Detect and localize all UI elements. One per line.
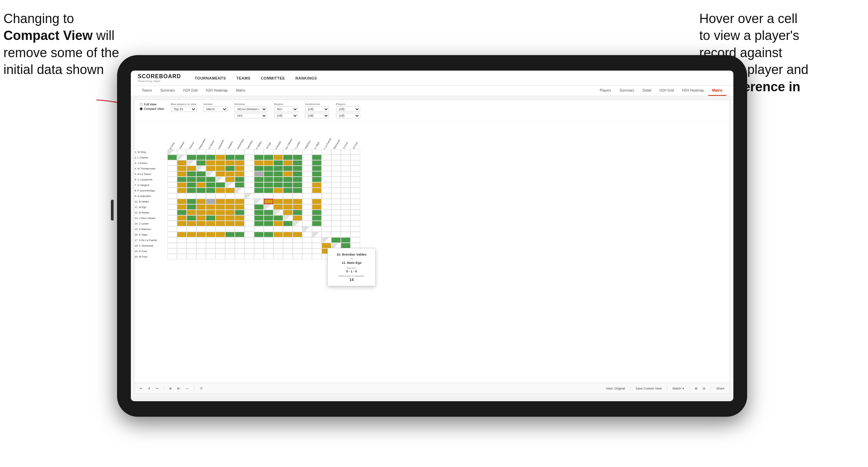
cell-9-17[interactable]: [322, 193, 331, 199]
cell-15-15[interactable]: [302, 226, 312, 232]
cell-7-11[interactable]: [264, 182, 273, 188]
cell-3-16[interactable]: [312, 160, 322, 166]
cell-6-9[interactable]: [244, 177, 254, 182]
cell-17-18[interactable]: [331, 237, 341, 243]
cell-18-15[interactable]: [302, 243, 312, 248]
share-button[interactable]: Share: [716, 387, 724, 390]
cell-19-15[interactable]: [302, 248, 312, 254]
cell-17-20[interactable]: [351, 237, 360, 243]
cell-13-18[interactable]: [331, 215, 341, 221]
cell-11-10[interactable]: [254, 204, 264, 210]
cell-13-17[interactable]: [322, 215, 331, 221]
cell-7-10[interactable]: [254, 182, 264, 188]
cell-19-1[interactable]: [167, 248, 177, 254]
cell-7-15[interactable]: [302, 182, 312, 188]
cell-10-7[interactable]: [225, 199, 235, 204]
nav-committee[interactable]: COMMITTEE: [261, 75, 285, 82]
cell-18-9[interactable]: [244, 243, 254, 248]
cell-1-18[interactable]: [331, 149, 341, 155]
cell-19-2[interactable]: [177, 248, 187, 254]
cell-4-17[interactable]: [322, 166, 331, 171]
cell-9-18[interactable]: [331, 193, 341, 199]
cell-10-1[interactable]: [167, 199, 177, 204]
cell-4-15[interactable]: [302, 166, 312, 171]
cell-2-17[interactable]: [322, 155, 331, 160]
cell-9-2[interactable]: [177, 193, 187, 199]
cell-16-16[interactable]: [312, 232, 322, 237]
cell-6-6[interactable]: [216, 177, 225, 182]
cell-10-19[interactable]: [341, 199, 351, 204]
cell-11-7[interactable]: [225, 204, 235, 210]
cell-6-14[interactable]: [293, 177, 302, 182]
cell-20-11[interactable]: [264, 254, 273, 259]
cell-11-14[interactable]: [293, 204, 302, 210]
cell-6-4[interactable]: [196, 177, 206, 182]
cell-19-13[interactable]: [283, 248, 293, 254]
cell-15-2[interactable]: [177, 226, 187, 232]
cell-2-14[interactable]: [293, 155, 302, 160]
cell-19-3[interactable]: [187, 248, 196, 254]
cell-15-5[interactable]: [206, 226, 216, 232]
cell-17-3[interactable]: [187, 237, 196, 243]
cell-1-20[interactable]: [351, 149, 360, 155]
cell-8-15[interactable]: [302, 188, 312, 193]
cell-14-3[interactable]: [187, 221, 196, 226]
cell-1-15[interactable]: [302, 149, 312, 155]
cell-14-6[interactable]: [216, 221, 225, 226]
cell-13-9[interactable]: [244, 215, 254, 221]
region-select2[interactable]: (All): [274, 113, 298, 118]
cell-17-10[interactable]: [254, 237, 264, 243]
cell-13-3[interactable]: [187, 215, 196, 221]
cell-15-16[interactable]: [312, 226, 322, 232]
cell-18-5[interactable]: [206, 243, 216, 248]
cell-1-10[interactable]: [254, 149, 264, 155]
cell-12-11[interactable]: [264, 210, 273, 215]
cell-2-2[interactable]: [177, 155, 187, 160]
cell-12-8[interactable]: [235, 210, 244, 215]
cell-2-9[interactable]: [244, 155, 254, 160]
cell-8-4[interactable]: [196, 188, 206, 193]
cell-17-16[interactable]: [312, 237, 322, 243]
cell-16-19[interactable]: [341, 232, 351, 237]
redo-button[interactable]: ↺: [148, 387, 150, 390]
cell-17-6[interactable]: [216, 237, 225, 243]
cell-18-14[interactable]: [293, 243, 302, 248]
cell-9-13[interactable]: [283, 193, 293, 199]
cell-8-6[interactable]: [216, 188, 225, 193]
tab-h2h-grid[interactable]: H2H Grid: [179, 86, 202, 96]
cell-2-5[interactable]: [206, 155, 216, 160]
cell-8-9[interactable]: [244, 188, 254, 193]
cell-15-4[interactable]: [196, 226, 206, 232]
cell-3-14[interactable]: [293, 160, 302, 166]
gender-select[interactable]: Men's: [203, 106, 228, 112]
cell-16-13[interactable]: [283, 232, 293, 237]
cell-14-16[interactable]: [312, 221, 322, 226]
cell-5-19[interactable]: [341, 171, 351, 177]
tab-h2h-grid2[interactable]: H2H Grid: [656, 86, 678, 96]
screen-button[interactable]: ⊞: [695, 387, 698, 390]
cell-19-8[interactable]: [235, 248, 244, 254]
cell-6-3[interactable]: [187, 177, 196, 182]
cell-1-4[interactable]: [196, 149, 206, 155]
conference-select[interactable]: (All): [305, 106, 329, 112]
cell-9-1[interactable]: [167, 193, 177, 199]
cell-2-10[interactable]: [254, 155, 264, 160]
cell-4-19[interactable]: [341, 166, 351, 171]
cell-16-5[interactable]: [206, 232, 216, 237]
cell-4-4[interactable]: [196, 166, 206, 171]
cell-16-18[interactable]: [331, 232, 341, 237]
cell-1-8[interactable]: [235, 149, 244, 155]
cell-11-12[interactable]: [273, 204, 283, 210]
cell-9-12[interactable]: [273, 193, 283, 199]
cell-16-15[interactable]: [302, 232, 312, 237]
cell-1-13[interactable]: [283, 149, 293, 155]
cell-3-12[interactable]: [273, 160, 283, 166]
cell-3-6[interactable]: [216, 160, 225, 166]
cell-20-5[interactable]: [206, 254, 216, 259]
cell-11-2[interactable]: [177, 204, 187, 210]
cell-4-3[interactable]: [187, 166, 196, 171]
cell-16-1[interactable]: [167, 232, 177, 237]
cell-2-19[interactable]: [341, 155, 351, 160]
cell-3-4[interactable]: [196, 160, 206, 166]
cell-9-15[interactable]: [302, 193, 312, 199]
